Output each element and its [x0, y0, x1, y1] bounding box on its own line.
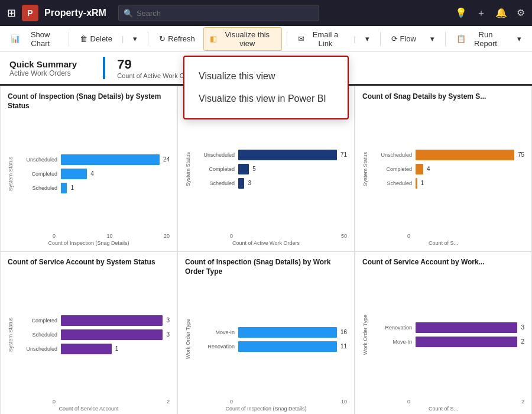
search-icon: 🔍	[124, 9, 133, 18]
bar-label-2-1: Unscheduled	[193, 152, 235, 158]
charts-area: Count of Inspection (Snag Details) by Sy…	[0, 86, 532, 414]
divider5: |	[353, 34, 355, 43]
bar-value-6-2: 2	[521, 338, 524, 345]
bar-row-6-2: Move-In2	[371, 337, 524, 347]
bar-2-2	[238, 164, 249, 174]
bar-label-3-2: Completed	[371, 166, 412, 172]
visualize-button[interactable]: ◧ Visualize this view	[203, 27, 282, 51]
bar-row-4-3: Unscheduled1	[16, 344, 170, 354]
flow-button[interactable]: ⟳ Flow	[385, 32, 422, 46]
notification-icon[interactable]: 🔔	[495, 7, 507, 20]
nav-action-icons: 💡 ＋ 🔔 ⚙	[455, 7, 525, 20]
bar-row-6-1: Renovation3	[371, 322, 524, 333]
bar-label-5-2: Renovation	[193, 344, 235, 350]
bar-value-6-1: 3	[521, 324, 524, 331]
visualize-powerbi-option[interactable]: Visualize this view in Power BI	[199, 89, 333, 109]
bar-row-1-3: Scheduled1	[16, 183, 170, 193]
x-title-1: Count of Inspection (Snag Details)	[8, 240, 170, 246]
chart-title-3: Count of Snag Details by System S...	[362, 92, 524, 102]
top-navigation: ⊞ P Property-xRM 🔍 💡 ＋ 🔔 ⚙	[0, 0, 532, 26]
flow-dropdown-button[interactable]: ▾	[424, 32, 440, 46]
x-title-5: Count of Inspection (Snag Details)	[185, 406, 347, 412]
divider1	[69, 32, 69, 46]
summary-title-block: Quick Summary Active Work Orders	[9, 59, 77, 77]
y-axis-title-3: System Status	[362, 152, 368, 186]
chart-icon: 📊	[11, 34, 20, 43]
chart-body-4: System StatusCompleted3Scheduled3Unsched…	[8, 271, 170, 412]
trash-icon: 🗑	[80, 34, 87, 43]
flow-icon: ⟳	[391, 34, 398, 43]
bar-row-2-3: Scheduled3	[193, 178, 347, 189]
bar-label-3-1: Unscheduled	[371, 152, 412, 158]
delete-button[interactable]: 🗑 Delete	[74, 32, 118, 46]
bar-row-4-1: Completed3	[16, 315, 170, 326]
grid-icon[interactable]: ⊞	[7, 7, 16, 20]
divider4	[287, 32, 287, 46]
bar-value-4-2: 3	[166, 331, 170, 338]
bar-3-2	[416, 164, 423, 174]
app-logo: P	[22, 5, 38, 21]
bar-5-2	[238, 341, 337, 352]
chart-body-3: System StatusUnscheduled75Completed4Sche…	[362, 105, 524, 246]
bar-1-1	[61, 154, 160, 165]
y-axis-title-4: System Status	[8, 318, 14, 352]
bar-label-4-1: Completed	[16, 318, 57, 324]
lightbulb-icon[interactable]: 💡	[455, 7, 467, 20]
visualize-icon: ◧	[210, 34, 217, 43]
bar-4-3	[61, 344, 112, 354]
y-axis-title-5: Work Order Type	[185, 319, 191, 359]
bar-label-4-2: Scheduled	[16, 332, 57, 338]
bar-value-2-3: 3	[248, 180, 251, 186]
bar-4-2	[61, 329, 163, 340]
x-ticks-5: 010	[185, 399, 347, 405]
bar-value-4-1: 3	[166, 317, 170, 324]
bar-row-3-3: Scheduled1	[371, 178, 524, 189]
bar-6-2	[416, 337, 517, 347]
summary-title: Quick Summary	[9, 59, 77, 69]
chart-title-6: Count of Service Account by Work...	[362, 258, 524, 267]
refresh-button[interactable]: ↻ Refresh	[153, 32, 201, 46]
bar-value-3-3: 1	[421, 180, 424, 186]
bar-6-1	[416, 322, 517, 333]
more-delete-button[interactable]: ▾	[127, 32, 143, 46]
email-link-button[interactable]: ✉ Email a Link	[292, 28, 351, 50]
bar-1-2	[61, 169, 87, 179]
bar-row-2-1: Unscheduled71	[193, 150, 347, 160]
x-ticks-1: 01020	[8, 233, 170, 239]
visualize-view-option[interactable]: Visualize this view	[199, 66, 333, 86]
refresh-icon: ↻	[159, 34, 166, 43]
x-ticks-6: 02	[362, 399, 524, 405]
bar-label-3-3: Scheduled	[371, 180, 412, 186]
bar-value-5-2: 11	[340, 343, 347, 350]
toolbar: 📊 Show Chart 🗑 Delete | ▾ ↻ Refresh ◧ Vi…	[0, 26, 532, 52]
run-report-dropdown-button[interactable]: ▾	[511, 32, 527, 46]
divider3	[148, 32, 148, 46]
show-chart-button[interactable]: 📊 Show Chart	[5, 28, 64, 50]
bar-value-1-1: 24	[163, 156, 170, 163]
summary-subtitle: Active Work Orders	[9, 69, 77, 77]
run-report-button[interactable]: 📋 Run Report	[450, 28, 509, 50]
search-input[interactable]	[137, 9, 314, 18]
bar-label-6-2: Move-In	[371, 339, 412, 345]
settings-icon[interactable]: ⚙	[517, 7, 525, 20]
x-title-6: Count of S...	[362, 406, 524, 412]
bar-label-5-1: Move-In	[193, 329, 235, 335]
bar-1-3	[61, 183, 67, 193]
add-icon[interactable]: ＋	[476, 7, 486, 20]
chart-card-6: Count of Service Account by Work...Work …	[355, 251, 532, 414]
bar-label-2-3: Scheduled	[193, 180, 235, 186]
more-email-button[interactable]: ▾	[359, 32, 375, 46]
x-ticks-2: 050	[185, 233, 347, 239]
chart-body-2: System StatusUnscheduled71Completed5Sche…	[185, 105, 347, 246]
bar-label-4-3: Unscheduled	[16, 346, 57, 352]
chart-body-6: Work Order TypeRenovation3Move-In202Coun…	[362, 271, 524, 412]
bar-row-4-2: Scheduled3	[16, 329, 170, 340]
bar-row-1-1: Unscheduled24	[16, 154, 170, 165]
chart-card-5: Count of Inspection (Snag Details) by Wo…	[177, 251, 355, 414]
search-bar[interactable]: 🔍	[118, 5, 319, 21]
chart-title-5: Count of Inspection (Snag Details) by Wo…	[185, 258, 347, 276]
bar-label-1-3: Scheduled	[16, 185, 57, 191]
chart-title-4: Count of Service Account by System Statu…	[8, 258, 170, 267]
chart-card-3: Count of Snag Details by System S...Syst…	[355, 86, 532, 251]
divider6	[380, 32, 381, 46]
